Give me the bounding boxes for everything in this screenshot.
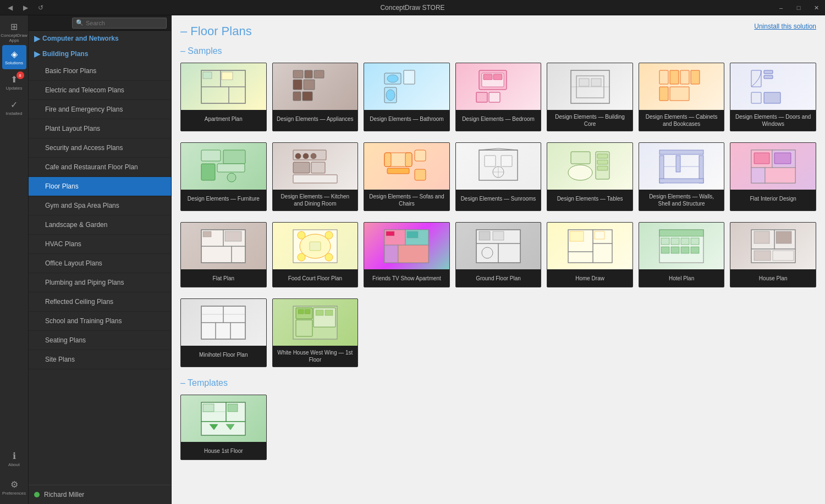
sidebar-item-cafe-restaurant[interactable]: Cafe and Restaurant Floor Plan	[29, 158, 171, 177]
nav-item-installed[interactable]: ✓ Installed	[2, 96, 26, 120]
grid-item-friends-tv[interactable]: Friends TV Show Apartment	[364, 222, 450, 287]
thumb-furniture	[181, 143, 266, 190]
svg-rect-56	[387, 168, 409, 174]
grid-item-bathroom[interactable]: Design Elements — Bathroom	[364, 63, 450, 131]
sidebar-item-hvac[interactable]: HVAC Plans	[29, 235, 171, 254]
label-sunrooms: Design Elements — Sunrooms	[456, 190, 541, 207]
grid-item-kitchen[interactable]: Design Elements — Kitchen and Dining Roo…	[272, 142, 359, 211]
grid-item-home-draw[interactable]: Home Draw	[547, 222, 633, 287]
sidebar-item-office-layout[interactable]: Office Layout Plans	[29, 254, 171, 273]
uninstall-link[interactable]: Uninstall this solution	[754, 21, 816, 31]
thumb-svg-tables	[565, 147, 615, 186]
svg-rect-47	[293, 162, 310, 173]
svg-rect-82	[751, 168, 765, 183]
sidebar-item-fire-emergency[interactable]: Fire and Emergency Plans	[29, 100, 171, 119]
grid-item-hotel-plan[interactable]: Hotel Plan	[639, 222, 725, 287]
label-white-house: White House West Wing — 1st Floor	[273, 346, 358, 367]
minimize-btn[interactable]: –	[772, 0, 790, 15]
window-title: ConceptDraw STORE	[380, 4, 444, 12]
grid-item-white-house[interactable]: White House West Wing — 1st Floor	[272, 298, 359, 367]
grid-item-food-court[interactable]: Food Court Floor Plan	[272, 222, 359, 287]
grid-item-apartment-plan[interactable]: Apartment Plan	[180, 63, 267, 131]
nav-forward-btn[interactable]: ▶	[18, 1, 33, 14]
samples-grid-row2: Design Elements — Furniture Design Eleme	[180, 142, 816, 211]
svg-rect-130	[691, 247, 699, 253]
svg-rect-34	[659, 87, 668, 101]
label-cabinets: Design Elements — Cabinets and Bookcases	[639, 110, 724, 131]
label-minihotel: Minihotel Floor Plan	[181, 346, 266, 363]
search-input[interactable]	[86, 20, 163, 26]
grid-item-ground-floor[interactable]: Ground Floor Plan	[455, 222, 542, 287]
templates-section-title: Templates	[180, 378, 816, 388]
nav-item-updates[interactable]: ⬆ Updates 8	[2, 70, 26, 95]
label-appliances: Design Elements — Appliances	[273, 110, 358, 128]
grid-item-flat-plan[interactable]: Flat Plan	[180, 222, 267, 287]
sidebar-item-reflected-ceiling[interactable]: Reflected Ceiling Plans	[29, 292, 171, 312]
sidebar-item-floor-plans[interactable]: Floor Plans	[29, 177, 171, 196]
sidebar-section-computer-networks[interactable]: ▶ Computer and Networks	[29, 31, 171, 46]
nav-item-preferences[interactable]: ⚙ Preferences	[2, 475, 26, 500]
svg-rect-129	[681, 247, 689, 253]
close-btn[interactable]: ✕	[807, 0, 825, 15]
sidebar-item-site-plans[interactable]: Site Plans	[29, 350, 171, 369]
grid-item-flat-interior[interactable]: Flat Interior Design	[730, 142, 816, 211]
thumb-svg-friends	[382, 227, 431, 265]
sidebar-item-plumbing[interactable]: Plumbing and Piping Plans	[29, 273, 171, 292]
grid-item-cabinets[interactable]: Design Elements — Cabinets and Bookcases	[639, 63, 725, 131]
nav-back-btn[interactable]: ◀	[2, 1, 18, 14]
svg-rect-104	[398, 245, 428, 263]
sidebar-item-plant-layout[interactable]: Plant Layout Plans	[29, 119, 171, 139]
grid-item-doors[interactable]: Design Elements — Doors and Windows	[730, 63, 816, 131]
nav-item-solutions[interactable]: ◈ Solutions	[2, 45, 26, 69]
svg-rect-69	[597, 154, 608, 158]
grid-item-walls[interactable]: Design Elements — Walls, Shell and Struc…	[639, 142, 725, 211]
svg-rect-136	[776, 231, 791, 243]
thumb-walls	[639, 143, 724, 190]
apps-label: ConceptDraw Apps	[1, 33, 27, 43]
svg-rect-125	[681, 238, 689, 245]
titlebar-nav: ◀ ▶ ↺	[0, 0, 48, 15]
sidebar-item-basic-floor[interactable]: Basic Floor Plans	[29, 62, 171, 81]
grid-item-bedroom[interactable]: Design Elements — Bedroom	[455, 63, 542, 131]
sidebar-item-school-training[interactable]: School and Training Plans	[29, 312, 171, 331]
installed-icon: ✓	[10, 99, 18, 110]
thumb-minihotel	[181, 299, 266, 346]
grid-item-minihotel[interactable]: Minihotel Floor Plan	[180, 298, 267, 367]
svg-rect-92	[225, 231, 241, 241]
thumb-cabinets	[639, 63, 724, 110]
thumb-friends-tv	[364, 223, 449, 269]
computer-networks-icon: ▶	[34, 34, 40, 43]
svg-point-98	[325, 253, 333, 261]
label-friends-tv: Friends TV Show Apartment	[364, 269, 449, 287]
grid-item-template-1[interactable]: House 1st Floor	[180, 395, 267, 460]
nav-item-apps[interactable]: ⊞ ConceptDraw Apps	[2, 20, 26, 44]
thumb-template-1	[181, 395, 266, 442]
grid-item-house-plan[interactable]: House Plan	[730, 222, 816, 287]
grid-item-furniture[interactable]: Design Elements — Furniture	[180, 142, 267, 211]
svg-rect-61	[485, 156, 496, 167]
restore-btn[interactable]: □	[790, 0, 807, 15]
sidebar-section-building-plans[interactable]: ▶ Building Plans	[29, 46, 171, 62]
samples-grid-row4: Minihotel Floor Plan White	[180, 298, 816, 367]
nav-refresh-btn[interactable]: ↺	[33, 1, 48, 14]
svg-rect-119	[570, 231, 584, 241]
label-apartment-plan: Apartment Plan	[181, 110, 266, 128]
thumb-svg-cabinets	[657, 68, 706, 106]
grid-item-sofas[interactable]: Design Elements — Sofas and Chairs	[364, 142, 450, 211]
sidebar-item-seating[interactable]: Seating Plans	[29, 331, 171, 350]
svg-rect-37	[764, 70, 773, 74]
sidebar-item-security-access[interactable]: Security and Access Plans	[29, 139, 171, 158]
nav-item-about[interactable]: ℹ About	[2, 447, 26, 471]
grid-item-building-core[interactable]: Design Elements — Building Core	[547, 63, 633, 131]
sidebar-item-landscape[interactable]: Landscape & Garden	[29, 215, 171, 235]
sidebar-item-electric-telecom[interactable]: Electric and Telecom Plans	[29, 81, 171, 100]
svg-rect-76	[676, 156, 680, 172]
grid-item-sunrooms[interactable]: Design Elements — Sunrooms	[455, 142, 542, 211]
grid-item-appliances[interactable]: Design Elements — Appliances	[272, 63, 359, 131]
sidebar-item-gym-spa[interactable]: Gym and Spa Area Plans	[29, 196, 171, 215]
updates-label: Updates	[6, 86, 23, 91]
svg-point-15	[387, 75, 398, 82]
thumb-svg-building-core	[565, 68, 615, 106]
grid-item-tables[interactable]: Design Elements — Tables	[547, 142, 633, 211]
thumb-svg-apartment	[199, 68, 248, 106]
